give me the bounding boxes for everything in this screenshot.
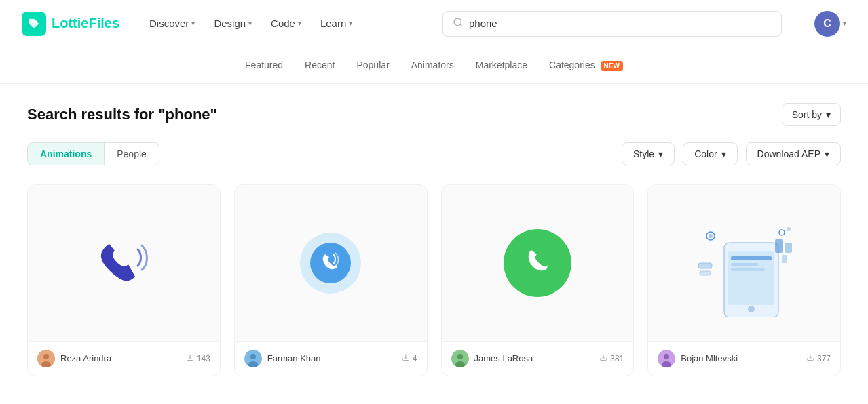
svg-rect-24 (782, 255, 787, 263)
card-4-author-name: Bojan Mltevski (681, 353, 738, 363)
download-icon-2 (402, 353, 410, 363)
download-aep-chevron-icon: ▾ (825, 148, 829, 159)
sub-nav: Featured Recent Popular Animators Market… (0, 47, 868, 84)
filter-row: Animations People Style ▾ Color ▾ Downlo… (27, 142, 841, 165)
svg-point-0 (454, 18, 461, 26)
new-badge: NEW (601, 61, 623, 71)
download-icon-3 (599, 353, 607, 363)
card-3[interactable]: James LaRosa 381 (441, 184, 635, 376)
svg-rect-18 (731, 268, 765, 271)
svg-rect-17 (731, 263, 758, 266)
card-4-avatar (658, 350, 675, 367)
search-icon (453, 17, 464, 31)
svg-point-25 (779, 230, 785, 235)
svg-rect-22 (775, 239, 783, 253)
card-2-author-name: Farman Khan (267, 353, 321, 363)
card-3-downloads: 381 (599, 353, 624, 363)
download-icon-4 (806, 353, 814, 363)
card-4-downloads: 377 (806, 353, 831, 363)
search-box (442, 11, 782, 37)
svg-rect-16 (731, 256, 772, 260)
results-header: Search results for "phone" Sort by ▾ (27, 103, 841, 126)
avatar-chevron-icon[interactable]: ▾ (843, 20, 846, 27)
code-chevron-icon: ▾ (298, 20, 301, 27)
card-1-footer: Reza Arindra 143 (28, 341, 220, 376)
color-filter[interactable]: Color ▾ (683, 142, 737, 165)
subnav-marketplace[interactable]: Marketplace (476, 57, 527, 74)
search-input[interactable] (469, 18, 772, 29)
nav-discover[interactable]: Discover ▾ (141, 14, 203, 33)
tab-animations[interactable]: Animations (28, 143, 105, 165)
subnav-featured[interactable]: Featured (245, 57, 283, 74)
design-chevron-icon: ▾ (248, 20, 252, 27)
download-aep-filter[interactable]: Download AEP ▾ (746, 142, 841, 165)
card-1-author-name: Reza Arindra (60, 353, 111, 363)
card-3-author: James LaRosa (451, 350, 533, 367)
user-avatar[interactable]: C (814, 11, 840, 37)
phone-2-outer-circle (300, 233, 361, 294)
card-2-author: Farman Khan (244, 350, 321, 367)
card-2[interactable]: Farman Khan 4 (234, 184, 428, 376)
download-icon (186, 353, 194, 363)
learn-chevron-icon: ▾ (349, 20, 352, 27)
nav-code[interactable]: Code ▾ (263, 14, 309, 33)
discover-chevron-icon: ▾ (191, 20, 195, 27)
card-3-avatar (451, 350, 469, 367)
results-title: Search results for "phone" (27, 106, 217, 123)
main-nav: Discover ▾ Design ▾ Code ▾ Learn ▾ (141, 14, 360, 33)
nav-design[interactable]: Design ▾ (206, 14, 260, 33)
main-content: Search results for "phone" Sort by ▾ Ani… (0, 84, 868, 395)
phone-3-circle (504, 229, 571, 297)
svg-line-1 (460, 24, 462, 26)
svg-rect-28 (700, 271, 711, 275)
svg-point-21 (709, 234, 713, 238)
card-2-preview (235, 185, 427, 341)
card-4[interactable]: Bojan Mltevski 377 (647, 184, 841, 376)
svg-point-26 (787, 227, 791, 231)
logo[interactable]: LottieFiles (22, 12, 119, 36)
card-1-preview (28, 185, 220, 341)
sort-button[interactable]: Sort by ▾ (782, 103, 841, 126)
card-1[interactable]: Reza Arindra 143 (27, 184, 221, 376)
svg-point-7 (250, 354, 256, 359)
svg-point-30 (664, 354, 669, 359)
svg-point-11 (457, 354, 463, 359)
color-chevron-icon: ▾ (721, 148, 726, 159)
logo-text: LottieFiles (52, 16, 119, 31)
tab-group: Animations People (27, 142, 159, 165)
card-2-downloads: 4 (402, 353, 417, 363)
card-3-footer: James LaRosa 381 (442, 341, 634, 376)
card-4-preview (648, 185, 840, 341)
main-header: LottieFiles Discover ▾ Design ▾ Code ▾ L… (0, 0, 868, 47)
svg-rect-27 (698, 263, 712, 268)
style-filter[interactable]: Style ▾ (622, 142, 675, 165)
cards-grid: Reza Arindra 143 (27, 184, 841, 376)
nav-learn[interactable]: Learn ▾ (312, 14, 360, 33)
phone-2-inner-circle (310, 243, 351, 283)
card-4-author: Bojan Mltevski (658, 350, 738, 367)
card-1-author: Reza Arindra (37, 350, 111, 367)
subnav-categories[interactable]: Categories NEW (549, 57, 623, 74)
card-3-preview (442, 185, 634, 341)
card-2-avatar (244, 350, 262, 367)
tab-people[interactable]: People (105, 143, 159, 165)
card-1-downloads: 143 (186, 353, 210, 363)
card-1-avatar (37, 350, 55, 367)
logo-icon (22, 12, 46, 36)
svg-point-3 (43, 354, 49, 359)
card-4-footer: Bojan Mltevski 377 (648, 341, 840, 376)
search-wrapper (442, 11, 782, 37)
sort-chevron-icon: ▾ (826, 109, 831, 120)
subnav-recent[interactable]: Recent (305, 57, 335, 74)
card-2-footer: Farman Khan 4 (235, 341, 427, 376)
svg-rect-23 (785, 243, 792, 253)
style-chevron-icon: ▾ (658, 148, 663, 159)
subnav-popular[interactable]: Popular (356, 57, 389, 74)
svg-point-19 (748, 306, 755, 312)
card-3-author-name: James LaRosa (474, 353, 533, 363)
subnav-animators[interactable]: Animators (411, 57, 454, 74)
